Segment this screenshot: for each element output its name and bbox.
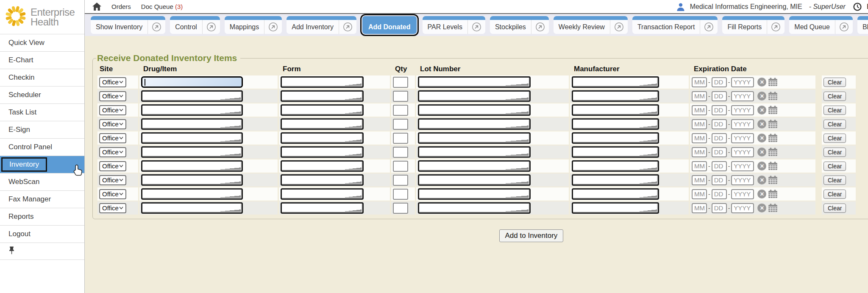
- form-input[interactable]: [281, 90, 364, 102]
- expiration-mm-input[interactable]: MM: [692, 133, 707, 143]
- form-input[interactable]: [281, 188, 364, 200]
- manufacturer-input[interactable]: [572, 90, 659, 102]
- orders-link[interactable]: Orders: [111, 3, 131, 10]
- expiration-dd-input[interactable]: DD: [712, 77, 727, 87]
- form-input[interactable]: [281, 202, 364, 214]
- expiration-mm-input[interactable]: MM: [692, 189, 707, 199]
- expiration-dd-input[interactable]: DD: [712, 189, 727, 199]
- clear-row-button[interactable]: Clear: [823, 176, 846, 185]
- sidebar-item-e-sign[interactable]: E-Sign: [0, 121, 84, 138]
- lot-number-input[interactable]: [418, 76, 531, 88]
- expiration-mm-input[interactable]: MM: [692, 147, 707, 157]
- qty-input[interactable]: [393, 77, 408, 88]
- tab-transaction-report[interactable]: Transaction Report: [632, 16, 718, 34]
- manufacturer-input[interactable]: [572, 104, 659, 116]
- site-select[interactable]: Office: [99, 133, 126, 143]
- expiration-mm-input[interactable]: MM: [692, 161, 707, 171]
- calendar-icon[interactable]: [768, 162, 778, 170]
- clear-date-icon[interactable]: ×: [757, 78, 766, 87]
- lot-number-input[interactable]: [418, 146, 531, 158]
- tab-open-arrow-icon[interactable]: [202, 20, 220, 34]
- expiration-dd-input[interactable]: DD: [712, 161, 727, 171]
- calendar-icon[interactable]: [768, 106, 778, 114]
- expiration-mm-input[interactable]: MM: [692, 105, 707, 115]
- sidebar-item-control-panel[interactable]: Control Panel: [0, 138, 84, 156]
- manufacturer-input[interactable]: [572, 202, 659, 214]
- tab-par-levels[interactable]: PAR Levels: [423, 16, 485, 34]
- clear-row-button[interactable]: Clear: [823, 134, 846, 143]
- qty-input[interactable]: [393, 91, 408, 102]
- clear-row-button[interactable]: Clear: [823, 120, 846, 129]
- drug-item-input[interactable]: [141, 160, 243, 172]
- sidebar-item-inventory[interactable]: Inventory: [0, 156, 84, 173]
- calendar-icon[interactable]: [768, 92, 778, 100]
- drug-item-input[interactable]: [141, 132, 243, 144]
- site-select[interactable]: Office: [99, 105, 126, 115]
- clear-date-icon[interactable]: ×: [757, 92, 766, 100]
- form-input[interactable]: [281, 104, 364, 116]
- sidebar-item-logout[interactable]: Logout: [0, 225, 84, 243]
- site-select[interactable]: Office: [99, 161, 126, 171]
- site-select[interactable]: Office: [99, 189, 126, 199]
- manufacturer-input[interactable]: [572, 188, 659, 200]
- calendar-icon[interactable]: [768, 78, 778, 87]
- drug-item-input[interactable]: [141, 188, 243, 200]
- expiration-yyyy-input[interactable]: YYYY: [731, 189, 754, 199]
- lot-number-input[interactable]: [418, 160, 531, 172]
- drug-item-input[interactable]: [141, 118, 243, 130]
- expiration-dd-input[interactable]: DD: [712, 119, 727, 129]
- expiration-yyyy-input[interactable]: YYYY: [731, 203, 754, 213]
- lot-number-input[interactable]: [418, 202, 531, 214]
- expiration-dd-input[interactable]: DD: [712, 105, 727, 115]
- qty-input[interactable]: [393, 189, 408, 200]
- tab-blank-labels[interactable]: Blank Labels: [857, 16, 868, 34]
- expiration-mm-input[interactable]: MM: [692, 77, 707, 87]
- clear-row-button[interactable]: Clear: [823, 162, 846, 171]
- pin-icon[interactable]: [8, 246, 15, 256]
- lot-number-input[interactable]: [418, 132, 531, 144]
- form-input[interactable]: [281, 146, 364, 158]
- tab-open-arrow-icon[interactable]: [531, 20, 549, 34]
- home-icon[interactable]: [92, 3, 101, 11]
- expiration-yyyy-input[interactable]: YYYY: [731, 147, 754, 157]
- tab-open-arrow-icon[interactable]: [147, 20, 165, 34]
- clear-row-button[interactable]: Clear: [823, 190, 846, 199]
- tab-add-inventory[interactable]: Add Inventory: [287, 16, 356, 34]
- sidebar-pin-row[interactable]: [0, 243, 84, 260]
- qty-input[interactable]: [393, 161, 408, 172]
- lot-number-input[interactable]: [418, 90, 531, 102]
- site-select[interactable]: Office: [99, 203, 126, 213]
- sidebar-item-checkin[interactable]: Checkin: [0, 69, 84, 86]
- drug-item-input[interactable]: [141, 174, 243, 186]
- sidebar-item-e-chart[interactable]: E-Chart: [0, 51, 84, 69]
- manufacturer-input[interactable]: [572, 118, 659, 130]
- clear-date-icon[interactable]: ×: [757, 120, 766, 128]
- qty-input[interactable]: [393, 105, 408, 116]
- site-select[interactable]: Office: [99, 91, 126, 101]
- tab-open-arrow-icon[interactable]: [610, 20, 628, 34]
- manufacturer-input[interactable]: [572, 174, 659, 186]
- tab-add-donated[interactable]: Add Donated: [362, 16, 417, 34]
- qty-input[interactable]: [393, 203, 408, 214]
- tab-show-inventory[interactable]: Show Inventory: [91, 16, 165, 34]
- tab-open-arrow-icon[interactable]: [700, 20, 718, 34]
- clear-date-icon[interactable]: ×: [757, 204, 766, 212]
- calendar-icon[interactable]: [768, 148, 778, 156]
- tab-open-arrow-icon[interactable]: [264, 20, 282, 34]
- expiration-dd-input[interactable]: DD: [712, 91, 727, 101]
- form-input[interactable]: [281, 174, 364, 186]
- form-input[interactable]: [281, 132, 364, 144]
- drug-item-input[interactable]: [141, 202, 243, 214]
- expiration-mm-input[interactable]: MM: [692, 119, 707, 129]
- expiration-mm-input[interactable]: MM: [692, 175, 707, 185]
- expiration-dd-input[interactable]: DD: [712, 175, 727, 185]
- expiration-yyyy-input[interactable]: YYYY: [731, 77, 754, 87]
- add-to-inventory-button[interactable]: Add to Inventory: [499, 229, 564, 242]
- form-input[interactable]: [281, 160, 364, 172]
- tab-open-arrow-icon[interactable]: [467, 20, 485, 34]
- expiration-mm-input[interactable]: MM: [692, 203, 707, 213]
- sidebar-item-reports[interactable]: Reports: [0, 208, 84, 225]
- lot-number-input[interactable]: [418, 174, 531, 186]
- clear-row-button[interactable]: Clear: [823, 106, 846, 115]
- tab-weekly-review[interactable]: Weekly Review: [554, 16, 628, 34]
